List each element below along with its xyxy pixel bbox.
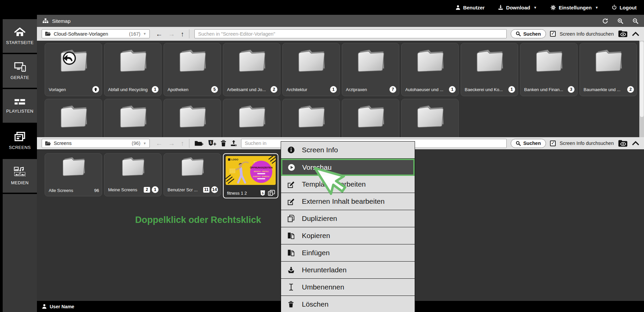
folder-tile-baumaerkte-und[interactable]: Baumaerkte und ... 2 [580, 43, 637, 96]
svg-text:5: 5 [262, 191, 264, 195]
templates-screeninfo-label: Screen Info durchsuchen [560, 31, 614, 37]
folder-icon [294, 47, 329, 75]
folder-tile[interactable] [342, 99, 399, 137]
preview-eye-icon[interactable] [618, 30, 628, 38]
folder-tile-banken-und-finan[interactable]: Banken und Finan... 3 [520, 43, 578, 96]
menu-item-screen-info[interactable]: Screen Info [281, 142, 415, 159]
count-badge: 1 [152, 186, 158, 193]
templates-folder-select[interactable]: Cloud-Software-Vorlagen (167) ▼ [42, 29, 150, 38]
caret-down-icon: ▼ [595, 6, 598, 9]
menu-item-vorschau[interactable]: Vorschau [281, 159, 415, 176]
collapse-chevron-icon[interactable] [632, 141, 639, 146]
folder-tile[interactable] [45, 99, 102, 137]
new-folder-icon[interactable] [194, 140, 203, 147]
sidebar-item-startseite[interactable]: STARTSEITE [3, 19, 37, 53]
screens-search-button[interactable]: Suchen [511, 139, 546, 148]
screens-folder-tile-meine-screens[interactable]: Meine Screens 21 [104, 153, 162, 196]
back-arrow-button[interactable]: ← [156, 140, 163, 147]
divider [189, 29, 189, 38]
folder-tile-vorlagen[interactable]: Vorlagen [45, 43, 102, 96]
folder-tile-apotheken[interactable]: Apotheken 5 [164, 43, 221, 96]
folder-tile[interactable] [164, 99, 221, 137]
folder-icon [294, 103, 329, 131]
folder-tile[interactable] [401, 99, 459, 137]
templates-scrollbar[interactable] [639, 41, 644, 137]
folder-tile-autohaeuser-und[interactable]: Autohaeuser und ... 1 [401, 43, 459, 96]
menu-item-einf-gen[interactable]: Einfügen [281, 244, 415, 262]
folder-icon [472, 47, 507, 75]
sidebar-filler [3, 194, 37, 312]
sidebar-item-screens[interactable]: SCREENS [3, 124, 37, 158]
screens-folder-tile-alle-screens[interactable]: Alle Screens 96 [45, 153, 102, 196]
back-arrow-button[interactable]: ← [156, 31, 163, 37]
folder-tile-abfall-und-recycling[interactable]: Abfall und Recycling 1 [104, 43, 162, 96]
folder-tile-baeckerei-und-ko[interactable]: Baeckerei und Ko... 1 [461, 43, 518, 96]
count-badge: 11 [203, 187, 210, 193]
up-arrow-button[interactable]: ↑ [181, 140, 184, 147]
gear-icon [550, 5, 556, 10]
play-icon [287, 164, 296, 171]
folder-tile-arbeitsamt-und-jo[interactable]: Arbeitsamt und Jo... 2 [223, 43, 280, 96]
sidebar-item-ger-te[interactable]: GERÄTE [3, 54, 37, 88]
upload-icon[interactable] [230, 140, 237, 147]
templates-search-input[interactable] [194, 29, 507, 38]
folder-icon [175, 47, 210, 75]
zoom-out-icon[interactable] [632, 18, 639, 24]
forward-arrow-button[interactable]: → [168, 140, 175, 147]
folder-up-badge [92, 86, 99, 93]
screens-screeninfo-checkbox[interactable] [550, 141, 556, 146]
templates-screeninfo-checkbox[interactable] [550, 31, 556, 37]
collapse-chevron-icon[interactable] [632, 32, 639, 36]
templates-search-button[interactable]: Suchen [511, 29, 546, 38]
folder-tile[interactable] [104, 99, 162, 137]
topbar-benutzer[interactable]: Benutzer [456, 5, 485, 10]
folder-tile-architektur[interactable]: Architektur 1 [282, 43, 340, 96]
folder-tile[interactable] [282, 99, 340, 137]
topbar-einstellungen[interactable]: Einstellungen ▼ [550, 5, 598, 10]
up-arrow-button[interactable]: ↑ [181, 31, 184, 37]
screen-tile-fitness-1-2[interactable]: ÖFFNUNGSZEITEN MONTAG - FREITAG SAMSTAG … [223, 153, 278, 198]
search-icon [516, 141, 521, 146]
forward-arrow-button[interactable]: → [168, 31, 175, 37]
topbar-download[interactable]: Download ▼ [498, 5, 537, 10]
paste-icon [286, 249, 295, 257]
templates-folder-count: (167) [129, 31, 140, 37]
menu-item-duplizieren[interactable]: Duplizieren [281, 210, 415, 227]
menu-item-herunterladen[interactable]: Herunterladen [281, 262, 415, 279]
menu-item-template-bearbeiten[interactable]: Template bearbeiten [281, 176, 415, 193]
menu-item-umbenennen[interactable]: Umbenennen [281, 279, 415, 296]
preview-eye-icon[interactable] [618, 140, 628, 147]
screens-folder-select[interactable]: Screens (96) ▼ [42, 139, 150, 148]
sidebar-item-label: STARTSEITE [6, 40, 34, 45]
folder-icon [178, 155, 207, 179]
folder-name: Abfall und Recycling [108, 87, 148, 92]
svg-text:SAMSTAG - SONNTAG: SAMSTAG - SONNTAG [253, 176, 270, 178]
folder-icon [118, 155, 148, 179]
svg-text:LOGO: LOGO [231, 158, 238, 161]
refresh-icon[interactable] [602, 18, 608, 24]
screens-folder-select-label: Screens [54, 141, 72, 146]
screens-folder-tile-benutzer-scr[interactable]: Benutzer Scr ... 1114 [164, 153, 221, 196]
folder-name: Benutzer Scr ... [168, 187, 198, 192]
zoom-in-icon[interactable] [617, 18, 624, 24]
sitemap-icon [42, 18, 49, 24]
sidebar-item-playlisten[interactable]: PLAYLISTEN [3, 89, 37, 123]
folder-tile-arztpraxen[interactable]: Arztpraxen 7 [342, 43, 399, 96]
delete-icon[interactable] [221, 140, 226, 147]
folder-count: 96 [94, 188, 99, 193]
sidebar-item-medien[interactable]: MEDIEN [3, 159, 37, 193]
devices-icon [14, 62, 26, 72]
screens-folder-count: (96) [132, 141, 140, 146]
menu-item-externen-inhalt-bearbeiten[interactable]: Externen Inhalt bearbeiten [281, 193, 415, 210]
sidebar-items: STARTSEITE GERÄTE PLAYLISTEN SCREENS MED… [3, 19, 37, 193]
menu-item-label: Löschen [302, 300, 328, 308]
folder-count-badge: 1 [508, 86, 515, 93]
folder-count-badge: 7 [389, 86, 396, 93]
menu-item-kopieren[interactable]: Kopieren [281, 227, 415, 244]
folder-tile[interactable] [223, 99, 280, 137]
page-title: Sitemap [52, 18, 71, 24]
topbar-logout[interactable]: Logout [612, 5, 637, 10]
new-screen-icon[interactable]: 5 [208, 140, 217, 147]
menu-item-l-schen[interactable]: Löschen [281, 296, 415, 312]
scrollbar-thumb[interactable] [640, 41, 644, 117]
